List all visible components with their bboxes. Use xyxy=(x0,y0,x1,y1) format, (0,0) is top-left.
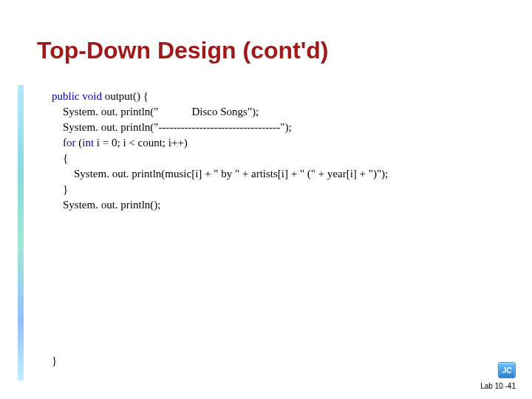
kw-for: for xyxy=(52,137,76,149)
code-l8: System. out. println(); xyxy=(52,199,161,211)
logo-badge: JC xyxy=(498,362,516,378)
left-accent-bar xyxy=(18,85,24,381)
code-l4d: i = 0; i < count; i++) xyxy=(94,137,188,149)
kw-int: int xyxy=(82,137,94,149)
closing-brace: } xyxy=(52,355,57,367)
code-l2: System. out. println(" Disco Songs"); xyxy=(52,106,259,117)
footer-label: Lab 10 -41 xyxy=(480,382,516,390)
slide-title: Top-Down Design (cont'd) xyxy=(37,37,329,64)
code-l7: } xyxy=(52,183,68,195)
code-l6: System. out. println(music[i] + " by " +… xyxy=(52,168,388,180)
code-block: public void output() { System. out. prin… xyxy=(52,89,388,213)
kw-public-void: public void xyxy=(52,90,102,102)
code-l5: { xyxy=(52,152,68,164)
code-l4b: ( xyxy=(76,137,83,149)
code-l1b: output() { xyxy=(102,90,149,102)
code-l3: System. out. println("------------------… xyxy=(52,121,292,133)
